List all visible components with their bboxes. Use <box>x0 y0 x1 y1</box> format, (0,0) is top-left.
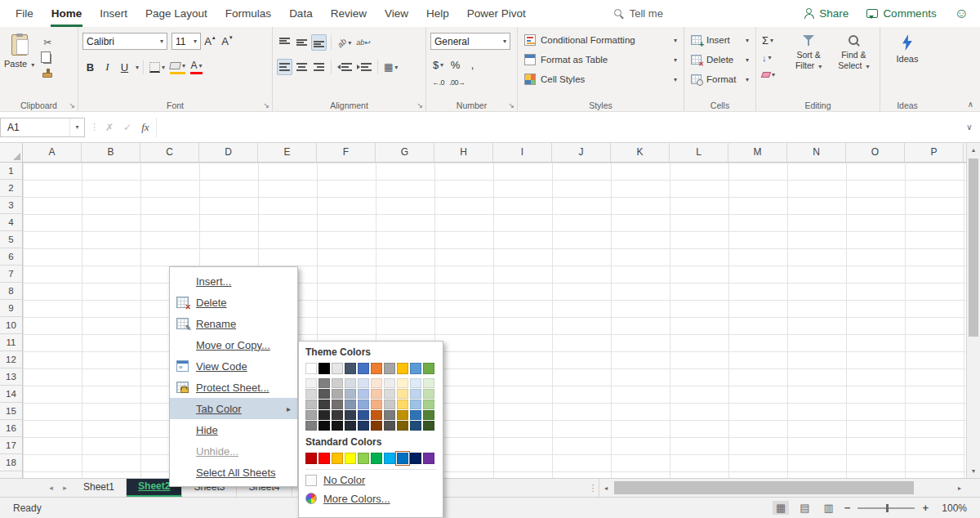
cell-B12[interactable] <box>82 351 140 368</box>
column-header-I[interactable]: I <box>493 143 552 162</box>
cell-G6[interactable] <box>376 248 434 266</box>
cell-M4[interactable] <box>728 214 787 231</box>
cell-L2[interactable] <box>670 180 728 197</box>
column-header-M[interactable]: M <box>728 143 787 162</box>
standard-color-blue[interactable] <box>397 453 408 464</box>
bold-button[interactable]: B <box>82 59 98 75</box>
row-header-16[interactable]: 16 <box>0 420 22 437</box>
cell-O3[interactable] <box>846 197 905 214</box>
column-header-O[interactable]: O <box>846 143 905 162</box>
theme-color-blue[interactable] <box>358 363 369 374</box>
menu-tab-file[interactable]: File <box>7 0 42 27</box>
conditional-formatting-button[interactable]: Conditional Formatting ▾ <box>522 30 679 50</box>
italic-button[interactable]: I <box>100 59 115 75</box>
row-header-18[interactable]: 18 <box>0 454 22 471</box>
cell-J12[interactable] <box>552 351 611 368</box>
cell-O5[interactable] <box>846 231 905 248</box>
cell-I11[interactable] <box>493 334 552 351</box>
cell-B18[interactable] <box>82 454 140 471</box>
cell-I5[interactable] <box>493 231 552 248</box>
cell-L16[interactable] <box>670 420 728 437</box>
cell-O2[interactable] <box>846 180 905 197</box>
cell-B17[interactable] <box>82 437 140 454</box>
cell-J10[interactable] <box>552 317 611 334</box>
align-right-button[interactable] <box>311 59 327 75</box>
comments-button[interactable]: Comments <box>866 7 936 20</box>
theme-variant-gold-3[interactable] <box>397 400 408 409</box>
column-header-L[interactable]: L <box>670 143 728 162</box>
cell-P2[interactable] <box>905 180 964 197</box>
cell-B8[interactable] <box>82 283 140 300</box>
row-header-14[interactable]: 14 <box>0 386 22 403</box>
cell-P10[interactable] <box>905 317 964 334</box>
cell-J14[interactable] <box>552 386 611 403</box>
cell-F1[interactable] <box>317 163 376 180</box>
cell-P8[interactable] <box>905 283 964 300</box>
cell-M14[interactable] <box>728 386 787 403</box>
name-box[interactable]: A1 ▾ <box>0 118 85 137</box>
cell-G3[interactable] <box>376 197 434 214</box>
theme-variant-green-1[interactable] <box>423 378 434 388</box>
cell-J17[interactable] <box>552 437 611 454</box>
no-color-item[interactable]: No Color <box>305 469 436 489</box>
cell-N11[interactable] <box>787 334 846 351</box>
cell-N3[interactable] <box>787 197 846 214</box>
context-menu-item-move-or-copy[interactable]: Move or Copy... <box>170 334 297 355</box>
cell-A3[interactable] <box>23 197 82 214</box>
cell-O4[interactable] <box>846 214 905 231</box>
theme-variant-gold-5[interactable] <box>397 421 408 431</box>
cell-I18[interactable] <box>493 454 552 471</box>
column-header-K[interactable]: K <box>611 143 670 162</box>
theme-variant-green-5[interactable] <box>423 421 434 431</box>
standard-color-orange[interactable] <box>332 453 343 464</box>
theme-variant-gray-1[interactable] <box>384 378 395 388</box>
theme-variant-blue-1[interactable] <box>358 378 369 388</box>
theme-variant-orange-5[interactable] <box>371 421 382 431</box>
menu-tab-view[interactable]: View <box>376 0 417 27</box>
theme-variant-black-2[interactable] <box>318 389 330 399</box>
row-header-6[interactable]: 6 <box>0 248 22 266</box>
cell-F2[interactable] <box>317 180 376 197</box>
tab-scrollbar-splitter[interactable]: ⋮ <box>587 479 599 497</box>
align-middle-button[interactable] <box>294 34 310 51</box>
cell-I3[interactable] <box>493 197 552 214</box>
theme-color-light-gray[interactable] <box>332 363 343 374</box>
row-header-5[interactable]: 5 <box>0 231 22 248</box>
cell-A15[interactable] <box>23 403 82 420</box>
cell-G8[interactable] <box>376 283 434 300</box>
cell-D1[interactable] <box>199 163 258 180</box>
borders-button[interactable]: ▾ <box>148 59 167 75</box>
cell-L18[interactable] <box>670 454 728 471</box>
theme-variant-gold-4[interactable] <box>397 410 408 420</box>
cell-M9[interactable] <box>728 300 787 317</box>
comma-style-button[interactable]: , <box>465 56 480 73</box>
wrap-text-button[interactable]: ab↩ <box>354 34 372 51</box>
cell-P3[interactable] <box>905 197 964 214</box>
cell-L17[interactable] <box>670 437 728 454</box>
scroll-up-icon[interactable]: ▴ <box>967 143 980 157</box>
sort-filter-button[interactable]: Sort & Filter ▾ <box>786 30 830 70</box>
cell-F9[interactable] <box>317 300 376 317</box>
menu-tab-page-layout[interactable]: Page Layout <box>136 0 216 27</box>
column-header-N[interactable]: N <box>787 143 846 162</box>
select-all-corner[interactable] <box>0 143 23 163</box>
cell-C6[interactable] <box>140 248 199 266</box>
cell-M7[interactable] <box>728 266 787 283</box>
theme-variant-light-gray-2[interactable] <box>332 389 343 399</box>
context-menu-item-tab-color[interactable]: Tab Color▸ <box>170 398 297 419</box>
cell-B2[interactable] <box>82 180 140 197</box>
cell-A10[interactable] <box>23 317 82 334</box>
theme-color-green[interactable] <box>423 363 434 374</box>
cell-H8[interactable] <box>434 283 493 300</box>
theme-variant-blue-gray-4[interactable] <box>345 410 356 420</box>
decrease-font-size-button[interactable]: A▼ <box>220 33 235 50</box>
cell-J5[interactable] <box>552 231 611 248</box>
collapse-ribbon-icon[interactable]: ∧ <box>968 100 973 109</box>
horizontal-scrollbar[interactable]: ◂ ▸ <box>599 479 966 497</box>
formula-bar-splitter[interactable]: ⋮ <box>85 122 104 132</box>
standard-color-purple[interactable] <box>423 453 434 464</box>
cell-B5[interactable] <box>82 231 140 248</box>
context-menu-item-protect-sheet[interactable]: Protect Sheet... <box>170 377 297 398</box>
increase-decimal-button[interactable]: ←.0 <box>430 74 446 91</box>
theme-variant-orange-3[interactable] <box>371 400 382 409</box>
